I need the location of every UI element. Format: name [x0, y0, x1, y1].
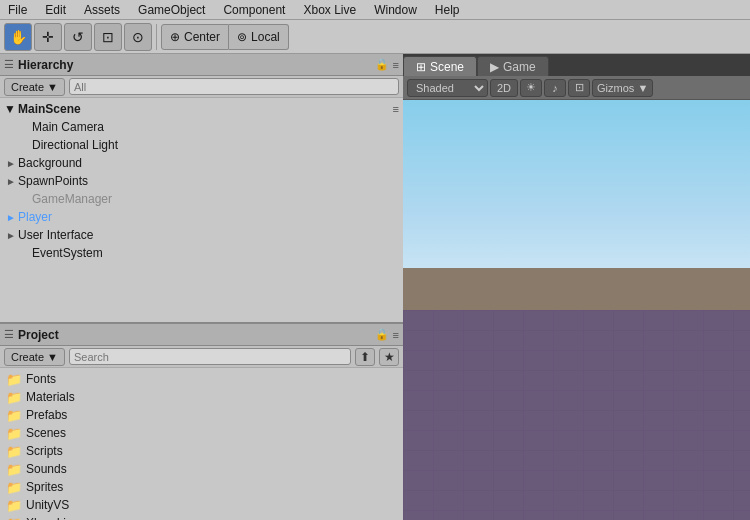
- project-item-unityvs[interactable]: 📁 UnityVS: [0, 496, 403, 514]
- project-panel: ☰ Project 🔒 ≡ Create ▼ ⬆ ★ 📁 Fonts �: [0, 324, 403, 520]
- audio-toggle-button[interactable]: ♪: [544, 79, 566, 97]
- hierarchy-item-eventsystem[interactable]: EventSystem: [0, 244, 403, 262]
- menu-help[interactable]: Help: [431, 3, 464, 17]
- hierarchy-lock-icon[interactable]: 🔒: [375, 58, 389, 71]
- lighting-toggle-button[interactable]: ☀: [520, 79, 542, 97]
- label-user-interface: User Interface: [18, 228, 93, 242]
- project-create-label: Create ▼: [11, 351, 58, 363]
- folder-icon-prefabs: 📁: [6, 408, 22, 423]
- scene-name: MainScene: [18, 102, 81, 116]
- hierarchy-header: ☰ Hierarchy 🔒 ≡: [0, 54, 403, 76]
- menu-bar: File Edit Assets GameObject Component Xb…: [0, 0, 750, 20]
- hierarchy-item-spawnpoints[interactable]: ► SpawnPoints: [0, 172, 403, 190]
- project-header: ☰ Project 🔒 ≡: [0, 324, 403, 346]
- hierarchy-item-gamemanager[interactable]: GameManager: [0, 190, 403, 208]
- menu-window[interactable]: Window: [370, 3, 421, 17]
- shading-mode-select[interactable]: Shaded Wireframe: [407, 79, 488, 97]
- pivot-local-label: Local: [251, 30, 280, 44]
- scene-arrow: ▼: [4, 102, 18, 116]
- project-label-sounds: Sounds: [26, 462, 67, 476]
- scene-tab-icon: ⊞: [416, 60, 426, 74]
- main-layout: ☰ Hierarchy 🔒 ≡ Create ▼ ▼ MainScene ≡: [0, 54, 750, 520]
- project-item-materials[interactable]: 📁 Materials: [0, 388, 403, 406]
- hierarchy-create-button[interactable]: Create ▼: [4, 78, 65, 96]
- hierarchy-item-player[interactable]: ► Player: [0, 208, 403, 226]
- scene-menu-icon[interactable]: ≡: [393, 103, 399, 115]
- project-item-sounds[interactable]: 📁 Sounds: [0, 460, 403, 478]
- hierarchy-item-directional-light[interactable]: Directional Light: [0, 136, 403, 154]
- project-item-scripts[interactable]: 📁 Scripts: [0, 442, 403, 460]
- menu-component[interactable]: Component: [219, 3, 289, 17]
- project-item-scenes[interactable]: 📁 Scenes: [0, 424, 403, 442]
- project-item-sprites[interactable]: 📁 Sprites: [0, 478, 403, 496]
- scene-toolbar: Shaded Wireframe 2D ☀ ♪ ⊡ Gizmos ▼: [403, 76, 750, 100]
- tool-move[interactable]: ✛: [34, 23, 62, 51]
- tab-game[interactable]: ▶ Game: [477, 56, 549, 76]
- hierarchy-scene-root[interactable]: ▼ MainScene ≡: [0, 100, 403, 118]
- pivot-center-button[interactable]: ⊕ Center: [161, 24, 229, 50]
- menu-xboxlive[interactable]: Xbox Live: [299, 3, 360, 17]
- folder-icon-fonts: 📁: [6, 372, 22, 387]
- 2d-toggle-button[interactable]: 2D: [490, 79, 518, 97]
- hierarchy-search-input[interactable]: [69, 78, 399, 95]
- project-label-fonts: Fonts: [26, 372, 56, 386]
- hierarchy-create-label: Create ▼: [11, 81, 58, 93]
- label-player: Player: [18, 210, 52, 224]
- effects-toggle-button[interactable]: ⊡: [568, 79, 590, 97]
- project-item-prefabs[interactable]: 📁 Prefabs: [0, 406, 403, 424]
- scene-grid: [403, 310, 750, 520]
- menu-gameobject[interactable]: GameObject: [134, 3, 209, 17]
- project-label-prefabs: Prefabs: [26, 408, 67, 422]
- project-lock-icon[interactable]: 🔒: [375, 328, 389, 341]
- game-tab-icon: ▶: [490, 60, 499, 74]
- project-label-unityvs: UnityVS: [26, 498, 69, 512]
- project-toolbar: Create ▼ ⬆ ★: [0, 346, 403, 368]
- hierarchy-tree: ▼ MainScene ≡ Main Camera Directional Li…: [0, 98, 403, 322]
- menu-edit[interactable]: Edit: [41, 3, 70, 17]
- project-folder-btn[interactable]: ⬆: [355, 348, 375, 366]
- pivot-center-label: Center: [184, 30, 220, 44]
- project-label-xboxlive: Xbox Live: [26, 516, 79, 520]
- scene-tabs-bar: ⊞ Scene ▶ Game: [403, 54, 750, 76]
- menu-file[interactable]: File: [4, 3, 31, 17]
- project-menu-icon[interactable]: ≡: [393, 329, 399, 341]
- hierarchy-toolbar: Create ▼: [0, 76, 403, 98]
- tool-hand[interactable]: ✋: [4, 23, 32, 51]
- hierarchy-item-user-interface[interactable]: ► User Interface: [0, 226, 403, 244]
- label-main-camera: Main Camera: [32, 120, 104, 134]
- tool-scale[interactable]: ⊡: [94, 23, 122, 51]
- project-create-button[interactable]: Create ▼: [4, 348, 65, 366]
- local-icon: ⊚: [237, 30, 247, 44]
- project-tree: 📁 Fonts 📁 Materials 📁 Prefabs 📁 Scenes 📁: [0, 368, 403, 520]
- 2d-label: 2D: [497, 82, 511, 94]
- folder-icon-xboxlive: 📁: [6, 516, 22, 521]
- hierarchy-item-background[interactable]: ► Background: [0, 154, 403, 172]
- right-panel: ⊞ Scene ▶ Game Shaded Wireframe 2D ☀ ♪ ⊡…: [403, 54, 750, 520]
- pivot-local-button[interactable]: ⊚ Local: [229, 24, 289, 50]
- scene-canvas[interactable]: [403, 100, 750, 520]
- tool-rect[interactable]: ⊙: [124, 23, 152, 51]
- game-tab-label: Game: [503, 60, 536, 74]
- tab-scene[interactable]: ⊞ Scene: [403, 56, 477, 76]
- project-item-fonts[interactable]: 📁 Fonts: [0, 370, 403, 388]
- folder-icon-unityvs: 📁: [6, 498, 22, 513]
- label-eventsystem: EventSystem: [32, 246, 103, 260]
- label-directional-light: Directional Light: [32, 138, 118, 152]
- folder-icon-sounds: 📁: [6, 462, 22, 477]
- project-search-input[interactable]: [69, 348, 351, 365]
- scene-sky: [403, 100, 750, 289]
- hierarchy-menu-icon[interactable]: ≡: [393, 59, 399, 71]
- folder-icon-sprites: 📁: [6, 480, 22, 495]
- label-background: Background: [18, 156, 82, 170]
- menu-assets[interactable]: Assets: [80, 3, 124, 17]
- project-item-xboxlive[interactable]: 📁 Xbox Live: [0, 514, 403, 520]
- hierarchy-panel-icon: ☰: [4, 58, 14, 71]
- project-star-btn[interactable]: ★: [379, 348, 399, 366]
- tool-rotate[interactable]: ↺: [64, 23, 92, 51]
- hierarchy-item-main-camera[interactable]: Main Camera: [0, 118, 403, 136]
- left-panel: ☰ Hierarchy 🔒 ≡ Create ▼ ▼ MainScene ≡: [0, 54, 403, 520]
- project-title: Project: [18, 328, 371, 342]
- toolbar: ✋ ✛ ↺ ⊡ ⊙ ⊕ Center ⊚ Local: [0, 20, 750, 54]
- arrow-spawnpoints: ►: [6, 176, 18, 187]
- gizmos-toggle-button[interactable]: Gizmos ▼: [592, 79, 653, 97]
